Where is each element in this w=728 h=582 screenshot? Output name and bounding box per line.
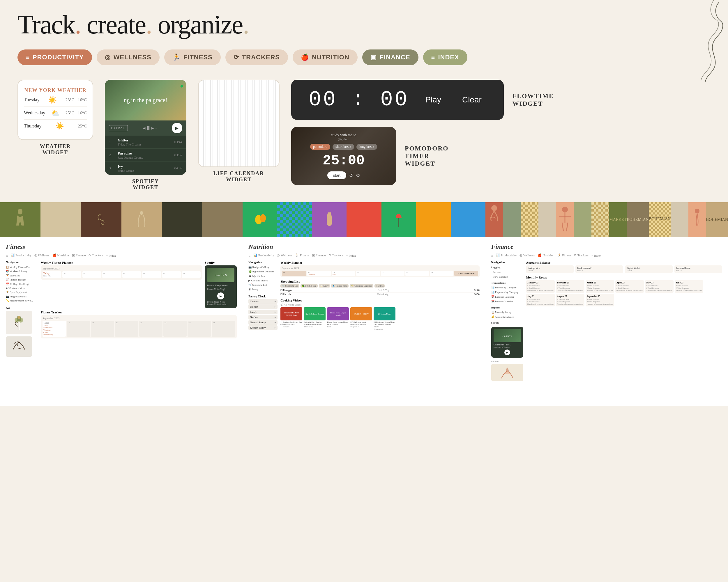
nav-shopping-list[interactable]: 🛒 Shopping List: [249, 283, 278, 287]
weather-widget-label: WEATHER WIDGET: [40, 143, 71, 156]
finance-banner-3: [521, 202, 539, 237]
weather-wednesday: Wednesday ⛅ 25°C 16°C: [24, 107, 87, 119]
finance-spotify-card: ♪ a playli Charmonix - The... Moments of…: [491, 327, 523, 358]
nutrition-title: Nutrition: [249, 243, 479, 251]
tab-productivity[interactable]: ≡ PRODUCTIVITY: [18, 50, 92, 65]
nav-new-expense[interactable]: + New Expense: [491, 274, 523, 279]
finance-panel-content: Finance ⌂ 📊 Productivity ◎ Wellness 🍎 Nu…: [486, 237, 728, 406]
fitness-banner-3: [81, 202, 122, 237]
nav-income-by-cat[interactable]: 📊 Income by Category: [491, 285, 523, 290]
week-5: 21: [122, 271, 141, 278]
nutrition-banner-4: [346, 202, 381, 237]
fitness-nav-productivity[interactable]: 📊 Productivity: [11, 253, 31, 257]
fitness-nav-index[interactable]: ≡ Index: [106, 253, 116, 257]
fitness-nav-items: 📋 Weekly Fitness Pla... 📚 Workout Librar…: [6, 265, 38, 303]
nav-workout-library[interactable]: 📚 Workout Library: [6, 269, 38, 273]
shopping-item-1: ☐ Pineapple Fruit & Veg $1.00: [280, 288, 479, 293]
nutrition-nav-wellness[interactable]: ◎ Wellness: [277, 253, 292, 257]
nav-weekly-planner[interactable]: 📋 Weekly Fitness Pla...: [6, 265, 38, 269]
finance-nav-fitness[interactable]: 🏃 Fitness: [557, 253, 571, 257]
cat-dairy[interactable]: 🥛 Dairy: [319, 284, 330, 287]
pomodoro-time-display: 25:00: [323, 153, 365, 168]
pantry-title: Pantry Check: [249, 295, 278, 298]
nav-workout-videos[interactable]: ▶ Workout videos: [6, 286, 38, 290]
nav-income-calendar[interactable]: 📅 Income Calendar: [491, 299, 523, 304]
cat-fish-meat[interactable]: 🐟 Fish & Meat: [331, 284, 348, 287]
nav-exercises[interactable]: 🏋 Exercises: [6, 274, 38, 278]
tab-trackers[interactable]: ⟳ TRACKERS: [225, 50, 288, 65]
fitness-nav-finance[interactable]: ▣ Finance: [72, 253, 86, 257]
nav-cooking-videos[interactable]: ▶ Cooking videos: [249, 278, 278, 283]
pantry-fridge: Fridge ▸: [249, 310, 278, 314]
nutrition-main-content: Weekly Planner September 2023 ← 18 Grill…: [280, 261, 479, 331]
cat-grains[interactable]: 🌾 Grains & Legumes: [350, 284, 373, 287]
tab-index[interactable]: ≡ INDEX: [423, 50, 467, 65]
recipe-card-2: Quick & Easy Recipes Quick & Easy Recipe…: [304, 307, 326, 330]
nutrition-banner-1: [242, 202, 277, 237]
finance-play-icon[interactable]: ▶: [504, 350, 510, 355]
nav-expenses-by-cat[interactable]: 📊 Expenses by Category: [491, 290, 523, 295]
finance-nav-trackers[interactable]: ⟳ Trackers: [574, 253, 589, 257]
nutrition-nav-fitness[interactable]: 🏃 Fitness: [295, 253, 309, 257]
nav-measurements[interactable]: 📏 Measurement & Wo...: [6, 299, 38, 303]
nutrition-nav-productivity[interactable]: 📊 Productivity: [253, 253, 274, 257]
finance-nav-nutrition[interactable]: 🍎 Nutrition: [538, 253, 554, 257]
flower-art-icon: [10, 312, 28, 333]
nav-ingredients[interactable]: 🌿 Ingredients Database: [249, 270, 278, 274]
main-title: Track. create. organize.: [18, 11, 710, 38]
nav-recipes-gallery[interactable]: 📷 Recipes Gallery: [249, 265, 278, 270]
plant-icon: [95, 210, 107, 230]
recipe-card-4: SWEET + SPICY SPICY! your weekly menu wi…: [350, 307, 372, 330]
finance-nav-wellness[interactable]: ◎ Wellness: [520, 253, 535, 257]
fitness-nav-nutrition[interactable]: 🍎 Nutrition: [52, 253, 69, 257]
nav-income[interactable]: + Income: [491, 270, 523, 274]
tab-long-break[interactable]: long break: [357, 144, 377, 150]
pomodoro-start-button[interactable]: start: [327, 171, 346, 179]
cat-shopping-list[interactable]: 🛒 Shopping List: [280, 284, 300, 287]
spotify-cover: ● ng in the pa grace!: [105, 80, 186, 120]
planner-weeks: Today New W... 18 19: [43, 271, 201, 278]
finance-nav-productivity[interactable]: 📊 Productivity: [496, 253, 517, 257]
timer-play-button[interactable]: Play: [420, 93, 445, 107]
week-2: 18: [62, 271, 81, 278]
nav-fitness-tracker[interactable]: 📈 Fitness Tracker: [6, 278, 38, 282]
figure-2-icon: [134, 210, 149, 230]
tab-finance[interactable]: ▣ FINANCE: [362, 50, 418, 65]
nutrition-nav-trackers[interactable]: ⟳ Trackers: [329, 253, 343, 257]
finance-banner-7: [592, 202, 609, 237]
cat-extras[interactable]: + Extras: [374, 284, 385, 287]
finance-banner-4: [539, 202, 556, 237]
spotify-play-button[interactable]: ▶: [172, 123, 182, 133]
tab-fitness[interactable]: 🏃 FITNESS: [164, 50, 221, 65]
nav-pantry[interactable]: 🗄 Pantry: [249, 287, 278, 292]
nav-monthly-recap[interactable]: 📋 Monthly Recap: [491, 310, 523, 314]
tab-short-break[interactable]: short break: [333, 144, 354, 150]
nav-expense-calendar[interactable]: 📅 Expense Calendar: [491, 295, 523, 299]
pomodoro-refresh-icon[interactable]: ↺: [349, 172, 353, 178]
nav-accounts-balance[interactable]: 💰 Accounts Balance: [491, 314, 523, 319]
nutrition-nav-finance[interactable]: ▣ Finance: [312, 253, 326, 257]
nav-30-days[interactable]: 📅 30 Days Challenge: [6, 282, 38, 286]
all-recipes-label: 📽 All recipe videos: [280, 303, 479, 306]
recipe-card-5: 20 Vegan Meals 20 Delicious Vegan Meals …: [373, 307, 395, 330]
finance-nav-index[interactable]: ≡ Index: [592, 253, 601, 257]
recipe-img-2: Quick & Easy Recipes: [304, 307, 326, 321]
nutrition-nav-index[interactable]: ≡ Index: [346, 253, 356, 257]
timer-clear-button[interactable]: Clear: [458, 93, 486, 107]
tab-pomodoro[interactable]: pomodoro: [310, 144, 330, 150]
nav-progress-photos[interactable]: 📷 Progress Photos: [6, 295, 38, 299]
recipe-count-2: 23 minutes: [304, 326, 326, 328]
pomodoro-settings-icon[interactable]: ⚙: [356, 172, 360, 178]
nav-gym-equipment[interactable]: 🏋 Gym Equipment: [6, 290, 38, 294]
fitness-nav-trackers[interactable]: ⟳ Trackers: [88, 253, 103, 257]
fitness-nav-wellness[interactable]: ◎ Wellness: [34, 253, 50, 257]
cat-fruit-veg[interactable]: 🥦 Fruit & Veg: [301, 284, 317, 287]
tab-wellness[interactable]: ◎ WELLNESS: [97, 50, 160, 65]
nav-my-kitchen[interactable]: 🍳 My Kitchen: [249, 274, 278, 278]
monthly-recap-section: Monthly Recap January 23 # Total Income …: [526, 276, 722, 306]
mini-play-icon[interactable]: ▶: [217, 293, 224, 300]
account-bank: Bank account 1 Total #: [575, 266, 623, 273]
tab-nutrition[interactable]: 🍎 NUTRITION: [293, 50, 358, 65]
nutrition-nav-home: ⌂: [249, 253, 251, 257]
bohemian-label: BOHEMIAN: [627, 217, 649, 222]
